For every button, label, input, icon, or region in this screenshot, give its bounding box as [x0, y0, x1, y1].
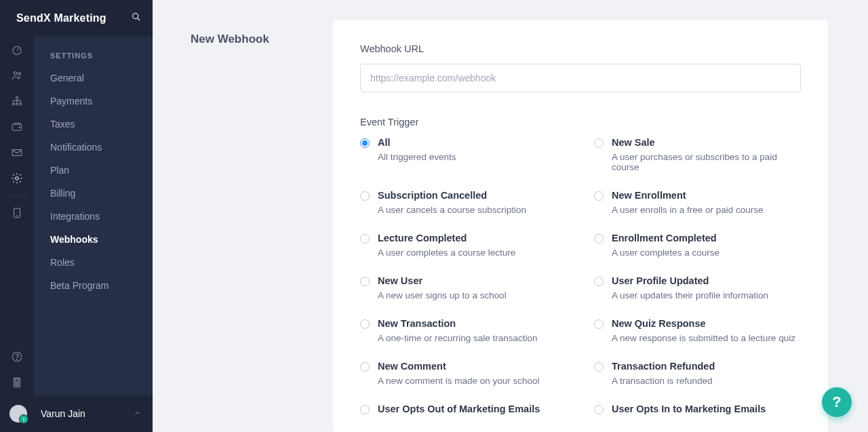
- event-trigger-grid: AllAll triggered eventsNew SaleA user pu…: [360, 137, 801, 418]
- sidebar-item-webhooks[interactable]: Webhooks: [34, 228, 153, 251]
- radio-button[interactable]: [360, 138, 370, 148]
- radio-button[interactable]: [594, 319, 604, 329]
- radio-button[interactable]: [360, 277, 370, 286]
- sidebar-item-beta-program[interactable]: Beta Program: [34, 274, 153, 297]
- svg-point-16: [15, 382, 16, 383]
- event-desc: A one-time or recurring sale transaction: [378, 333, 567, 343]
- event-desc: All triggered events: [378, 152, 567, 162]
- icon-rail: [0, 0, 34, 432]
- mail-icon[interactable]: [0, 140, 34, 165]
- svg-point-13: [17, 359, 18, 359]
- wallet-icon[interactable]: [0, 114, 34, 140]
- svg-point-8: [19, 127, 20, 128]
- svg-point-3: [16, 96, 18, 98]
- webhook-url-label: Webhook URL: [360, 43, 801, 54]
- event-title: User Opts In to Marketing Emails: [612, 404, 801, 414]
- chevron-up-icon: [134, 408, 142, 420]
- event-desc: A new comment is made on your school: [378, 376, 567, 386]
- event-title: Transaction Refunded: [612, 361, 801, 372]
- event-title: New Comment: [378, 361, 567, 372]
- svg-point-6: [20, 103, 22, 105]
- radio-button[interactable]: [594, 234, 604, 243]
- svg-point-22: [15, 385, 16, 386]
- help-icon[interactable]: [0, 344, 34, 370]
- event-title: User Opts Out of Marketing Emails: [378, 404, 567, 414]
- event-title: New Sale: [612, 137, 801, 148]
- sidebar-item-plan[interactable]: Plan: [34, 159, 153, 182]
- event-option[interactable]: New SaleA user purchases or subscribes t…: [594, 137, 801, 172]
- sidebar-footer[interactable]: Varun Jain: [0, 395, 153, 432]
- event-option[interactable]: User Opts Out of Marketing Emails: [360, 404, 567, 418]
- gear-icon[interactable]: [0, 165, 34, 191]
- search-icon[interactable]: [131, 12, 142, 25]
- sidebar-item-integrations[interactable]: Integrations: [34, 205, 153, 228]
- svg-point-17: [17, 382, 18, 383]
- webhook-url-input[interactable]: [360, 64, 801, 92]
- radio-button[interactable]: [360, 405, 370, 414]
- radio-button[interactable]: [360, 234, 370, 243]
- sidebar-header: SendX Marketing: [0, 0, 153, 37]
- sidebar-item-payments[interactable]: Payments: [34, 90, 153, 113]
- svg-point-20: [17, 384, 18, 385]
- sidebar-item-general[interactable]: General: [34, 66, 153, 90]
- sidebar: SendX Marketing SETTINGS GeneralPayments…: [34, 0, 153, 432]
- event-option[interactable]: User Profile UpdatedA user updates their…: [594, 275, 801, 300]
- event-desc: A user purchases or subscribes to a paid…: [612, 152, 801, 172]
- event-option[interactable]: User Opts In to Marketing Emails: [594, 404, 801, 418]
- event-desc: A user enrolls in a free or paid course: [612, 205, 801, 215]
- event-desc: A user completes a course lecture: [378, 248, 567, 258]
- event-option[interactable]: Transaction RefundedA transaction is ref…: [594, 361, 801, 386]
- event-trigger-label: Event Trigger: [360, 117, 801, 127]
- event-option[interactable]: New TransactionA one-time or recurring s…: [360, 318, 567, 343]
- event-title: New Transaction: [378, 318, 567, 329]
- brand-title: SendX Marketing: [16, 12, 106, 24]
- event-option[interactable]: Lecture CompletedA user completes a cour…: [360, 233, 567, 258]
- tablet-icon[interactable]: [0, 200, 34, 226]
- sidebar-item-notifications[interactable]: Notifications: [34, 136, 153, 159]
- avatar[interactable]: [9, 405, 27, 423]
- event-title: Subscription Cancelled: [378, 190, 567, 201]
- sitemap-icon[interactable]: [0, 88, 34, 114]
- radio-button[interactable]: [360, 319, 370, 329]
- calculator-icon[interactable]: [0, 370, 34, 395]
- radio-button[interactable]: [594, 362, 604, 372]
- users-icon[interactable]: [0, 62, 34, 88]
- event-option[interactable]: New Quiz ResponseA new response is submi…: [594, 318, 801, 343]
- svg-rect-9: [12, 150, 22, 156]
- page-title: New Webhook: [191, 20, 333, 432]
- sidebar-item-taxes[interactable]: Taxes: [34, 113, 153, 136]
- event-title: Enrollment Completed: [612, 233, 801, 243]
- main-content: New Webhook Webhook URL Event Trigger Al…: [153, 0, 868, 432]
- event-option[interactable]: New UserA new user signs up to a school: [360, 275, 567, 300]
- svg-point-21: [18, 384, 19, 385]
- radio-button[interactable]: [360, 362, 370, 372]
- svg-point-4: [12, 103, 14, 105]
- event-desc: A user updates their profile information: [612, 290, 801, 300]
- webhook-card: Webhook URL Event Trigger AllAll trigger…: [333, 20, 828, 432]
- event-desc: A new user signs up to a school: [378, 290, 567, 300]
- svg-point-23: [17, 385, 18, 386]
- event-title: New Quiz Response: [612, 318, 801, 329]
- help-fab[interactable]: ?: [822, 387, 852, 417]
- radio-button[interactable]: [594, 405, 604, 414]
- svg-point-24: [18, 385, 19, 386]
- sidebar-item-billing[interactable]: Billing: [34, 182, 153, 205]
- svg-rect-15: [15, 379, 19, 381]
- event-option[interactable]: New CommentA new comment is made on your…: [360, 361, 567, 386]
- event-option[interactable]: AllAll triggered events: [360, 137, 567, 172]
- radio-button[interactable]: [594, 277, 604, 286]
- svg-point-5: [16, 103, 18, 105]
- event-option[interactable]: New EnrollmentA user enrolls in a free o…: [594, 190, 801, 215]
- radio-button[interactable]: [594, 191, 604, 201]
- radio-button[interactable]: [360, 191, 370, 201]
- radio-button[interactable]: [594, 138, 604, 148]
- event-desc: A transaction is refunded: [612, 376, 801, 386]
- event-option[interactable]: Enrollment CompletedA user completes a c…: [594, 233, 801, 258]
- event-title: New User: [378, 275, 567, 286]
- svg-point-10: [16, 177, 19, 180]
- event-desc: A new response is submitted to a lecture…: [612, 333, 801, 343]
- dashboard-icon[interactable]: [0, 37, 34, 62]
- sidebar-item-roles[interactable]: Roles: [34, 251, 153, 274]
- event-option[interactable]: Subscription CancelledA user cancels a c…: [360, 190, 567, 215]
- event-desc: A user completes a course: [612, 248, 801, 258]
